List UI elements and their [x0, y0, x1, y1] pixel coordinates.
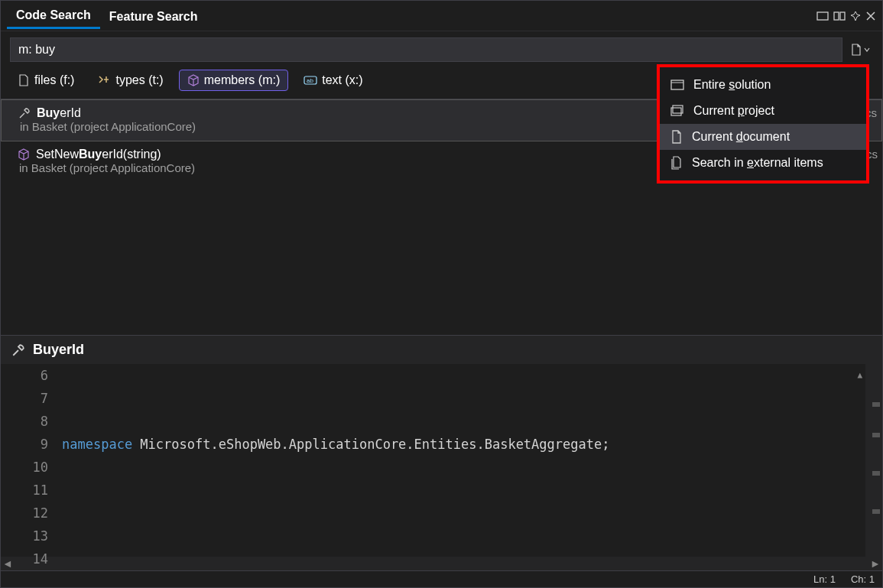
menu-label: Search in external items: [692, 156, 823, 170]
status-col: Ch: 1: [851, 573, 875, 585]
filter-types-label: types (t:): [115, 73, 163, 87]
close-icon[interactable]: [865, 11, 876, 21]
tab-feature-search[interactable]: Feature Search: [100, 4, 207, 28]
window-icon: [670, 79, 684, 91]
documents-icon: [670, 156, 683, 170]
result-title-text: SetNewBuyerId(string): [36, 148, 161, 161]
menu-label: Current document: [692, 130, 790, 144]
preview-header: BuyerId: [1, 335, 882, 364]
filter-files[interactable]: files (f:): [10, 70, 82, 90]
scope-filter-button[interactable]: [847, 41, 873, 59]
preview-title: BuyerId: [33, 342, 84, 358]
chevron-down-icon: [864, 47, 870, 53]
svg-rect-0: [817, 12, 828, 20]
file-icon: [18, 74, 30, 86]
filter-text[interactable]: ab text (x:): [296, 70, 370, 90]
code-body[interactable]: ▲ namespace Microsoft.eShopWeb.Applicati…: [62, 364, 865, 557]
windows-icon: [670, 105, 684, 117]
svg-rect-1: [834, 12, 839, 20]
status-bar: Ln: 1 Ch: 1: [1, 570, 882, 587]
filter-types[interactable]: types (t:): [89, 70, 170, 90]
tab-bar: Code Search Feature Search: [1, 1, 882, 31]
scope-dropdown-menu: Entire solution Current project Current …: [657, 64, 869, 184]
wrench-icon: [18, 107, 31, 119]
menu-label: Current project: [693, 104, 774, 118]
split-horizontal-icon[interactable]: [816, 11, 829, 21]
svg-text:ab: ab: [307, 77, 313, 84]
filter-members[interactable]: members (m:): [179, 70, 289, 91]
scroll-right-arrow[interactable]: ►: [868, 557, 882, 570]
split-vertical-icon[interactable]: [833, 11, 846, 21]
tab-code-search[interactable]: Code Search: [7, 2, 100, 29]
line-gutter: 6 7 8 9 10 11 12 13 14: [1, 364, 62, 557]
text-icon: ab: [304, 75, 317, 86]
search-input[interactable]: [10, 37, 842, 62]
document-icon: [850, 44, 862, 56]
wrench-icon: [11, 343, 25, 357]
horizontal-scrollbar[interactable]: ◄ ►: [1, 557, 882, 570]
cube-icon: [187, 74, 200, 86]
scroll-up-arrow[interactable]: ▲: [857, 364, 862, 387]
result-title-text: BuyerId: [37, 106, 81, 120]
menu-label: Entire solution: [693, 78, 771, 92]
code-preview[interactable]: 6 7 8 9 10 11 12 13 14 ▲ namespace Micro…: [1, 364, 882, 557]
svg-rect-2: [840, 12, 845, 20]
filter-files-label: files (f:): [34, 73, 74, 87]
filter-text-label: text (x:): [322, 73, 362, 87]
types-icon: [97, 74, 111, 86]
document-icon: [670, 130, 683, 144]
pin-icon[interactable]: [850, 11, 861, 21]
titlebar-controls: [816, 11, 876, 21]
cube-icon: [18, 148, 30, 161]
search-row: [1, 31, 882, 65]
filter-members-label: members (m:): [204, 73, 281, 87]
status-line: Ln: 1: [813, 573, 836, 585]
menu-current-document[interactable]: Current document: [660, 124, 866, 150]
minimap[interactable]: [865, 364, 882, 557]
results-empty-area: [1, 183, 882, 335]
menu-current-project[interactable]: Current project: [660, 98, 866, 124]
svg-rect-5: [671, 80, 683, 89]
menu-entire-solution[interactable]: Entire solution: [660, 72, 866, 98]
menu-external-items[interactable]: Search in external items: [660, 150, 866, 176]
